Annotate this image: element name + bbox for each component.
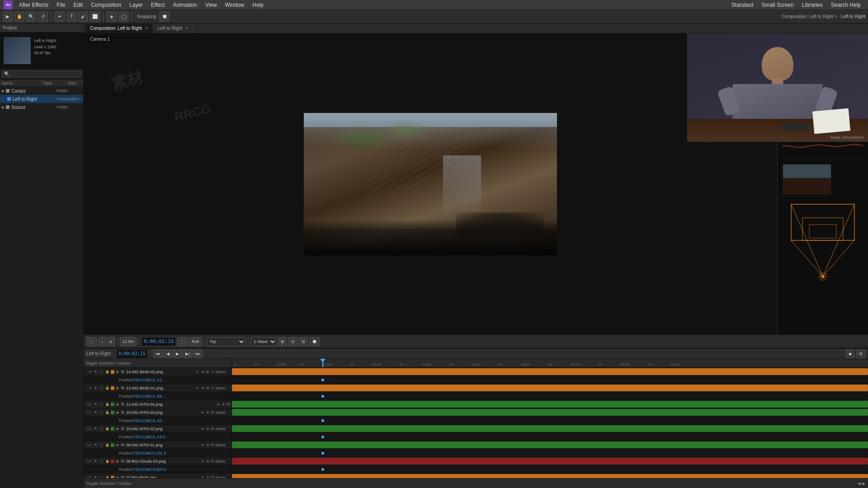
tl-play[interactable]: ▶ xyxy=(173,349,182,358)
layer-value-13[interactable]: 720.5,540.0,231.0 xyxy=(133,451,167,455)
layer-name-13[interactable]: 09-MG-MTN-01.png xyxy=(125,443,200,447)
tool-select[interactable]: ▶ xyxy=(3,12,13,22)
menu-window[interactable]: Window xyxy=(222,1,248,9)
layer-mo-8[interactable]: ◎ xyxy=(210,370,215,374)
tl-prev-frame[interactable]: ◀ xyxy=(164,349,172,358)
layer-value-14[interactable]: 720.5,540.0,403.0 xyxy=(133,467,167,472)
layer-adj-9[interactable]: ◈ xyxy=(200,386,205,390)
menu-composition[interactable]: Composition xyxy=(87,1,125,9)
keyframe-8[interactable] xyxy=(321,379,324,381)
layer-eye-10[interactable]: 👁 xyxy=(93,402,98,407)
layer-name-14[interactable]: 08-BG-Clouds-03.png xyxy=(125,459,200,464)
tree-item-comps[interactable]: ▶ Comps Folder xyxy=(0,87,83,95)
tab-comp-main[interactable]: Composition: Left to Right ✕ xyxy=(85,24,153,33)
timecode-display[interactable]: 0;00;02;15 xyxy=(142,337,176,346)
viewer-ctrl-alpha[interactable]: α xyxy=(107,337,115,346)
tree-item-source[interactable]: ▶ Source Folder xyxy=(0,103,83,111)
menu-effect[interactable]: Effect xyxy=(147,1,168,9)
timeline-ruler[interactable]: 0 10 01;00 10 02;00 10 03;00 10 04;00 10 xyxy=(232,359,868,368)
composition-canvas[interactable] xyxy=(304,113,557,255)
layer-eye-8[interactable]: 👁 xyxy=(93,369,98,375)
tool-text[interactable]: T xyxy=(66,12,76,22)
viewer-ctrl-video[interactable]: ⬛ xyxy=(86,337,97,346)
layer-eye-11[interactable]: 👁 xyxy=(93,410,98,415)
preview-stop[interactable]: ⬛ xyxy=(177,337,188,346)
layer-value-9[interactable]: 720.5,540.0,-942.0 xyxy=(133,394,167,399)
preview-ram[interactable]: Roll xyxy=(189,337,202,346)
snapping-toggle[interactable]: 🔲 xyxy=(160,12,170,22)
view-toggle-2[interactable]: ⊡ xyxy=(288,337,297,346)
layer-lock-8[interactable]: 🔒 xyxy=(104,369,110,375)
view-toggle-4[interactable]: 🔲 xyxy=(309,337,320,346)
keyframe-13[interactable] xyxy=(321,452,324,455)
layer-name-10[interactable]: 12-MG-MTN-04.png xyxy=(125,402,216,407)
tree-item-left-to-right[interactable]: Left to Right Composition xyxy=(0,95,83,103)
search-help[interactable]: Search Help xyxy=(827,1,864,9)
view-toggle-3[interactable]: ⊟ xyxy=(299,337,308,346)
tool-puppet[interactable]: ◈ xyxy=(107,12,117,22)
tl-settings[interactable]: ⚙ xyxy=(856,349,865,358)
layer-solo-10[interactable]: ◯ xyxy=(99,402,104,407)
view-toggle-1[interactable]: ⊞ xyxy=(278,337,287,346)
layer-solo-8[interactable]: ◯ xyxy=(99,369,104,375)
view-select[interactable]: Top Active Camera Left xyxy=(207,337,245,346)
viewer-ctrl-audio[interactable]: ♪ xyxy=(98,337,106,346)
layer-name-11[interactable]: 10-MG-MTN-03.png xyxy=(125,410,200,415)
workspace-small-screen[interactable]: Small Screen xyxy=(758,1,797,9)
layer-name-12[interactable]: 10-MG-MTN-02.png xyxy=(125,427,200,431)
track-9[interactable] xyxy=(232,384,868,392)
track-10[interactable] xyxy=(232,400,868,408)
zoom-display[interactable]: 12.5% xyxy=(120,337,137,346)
layer-lock-9[interactable]: 🔒 xyxy=(104,385,110,391)
layer-solo-9[interactable]: ◯ xyxy=(99,385,104,391)
keyframe-14[interactable] xyxy=(321,468,324,471)
layer-expand-10[interactable]: ▶ xyxy=(115,402,120,407)
tool-hand[interactable]: ✋ xyxy=(14,12,24,22)
project-search-input[interactable] xyxy=(2,70,81,78)
menu-after-effects[interactable]: After Effects xyxy=(15,1,52,9)
menu-help[interactable]: Help xyxy=(249,1,267,9)
tool-stamp[interactable]: ⬜ xyxy=(90,12,100,22)
layer-3d-9[interactable]: 3D xyxy=(205,386,210,390)
layer-eye-9[interactable]: 👁 xyxy=(93,385,98,391)
tl-next-frame[interactable]: ▶| xyxy=(183,349,192,358)
menu-view[interactable]: View xyxy=(202,1,221,9)
tool-pen[interactable]: ✒ xyxy=(55,12,65,22)
tool-shape[interactable]: ◯ xyxy=(118,12,128,22)
tl-to-end[interactable]: ⏭ xyxy=(193,349,203,358)
tool-brush[interactable]: 🖌 xyxy=(78,12,88,22)
layer-adj-8[interactable]: ◈ xyxy=(200,370,205,374)
layer-name-8[interactable]: 14-MG-Birds-02.png xyxy=(125,370,195,374)
layer-value-11[interactable]: 720.5,540.0,-423.0 xyxy=(133,418,167,423)
menu-layer[interactable]: Layer xyxy=(126,1,146,9)
menu-animation[interactable]: Animation xyxy=(169,1,200,9)
menu-file[interactable]: File xyxy=(53,1,69,9)
workspace-libraries[interactable]: Libraries xyxy=(798,1,826,9)
track-13[interactable] xyxy=(232,441,868,449)
track-14[interactable] xyxy=(232,457,868,465)
layer-fx-9[interactable]: fx xyxy=(195,386,200,390)
track-11[interactable] xyxy=(232,408,868,417)
tab-left-to-right[interactable]: Left to Right ✕ xyxy=(153,24,193,33)
layer-expand-9[interactable]: ▶ xyxy=(115,386,120,390)
layer-value-12[interactable]: 720.5,540.0,-13.0 xyxy=(133,435,167,439)
layer-name-9[interactable]: 13-MG-Birds-01.png xyxy=(125,386,195,390)
views-select[interactable]: 2 Views 1 View 4 Views xyxy=(250,337,277,346)
track-15[interactable] xyxy=(232,474,868,478)
timeline-playhead[interactable] xyxy=(322,359,323,367)
layer-3d-8[interactable]: 3D xyxy=(205,370,210,374)
layer-mo-9[interactable]: ◎ xyxy=(210,386,215,390)
keyframe-11[interactable] xyxy=(321,419,324,422)
tl-to-start[interactable]: ⏮ xyxy=(153,349,163,358)
keyframe-9[interactable] xyxy=(321,395,324,398)
tool-zoom[interactable]: 🔍 xyxy=(26,12,36,22)
tl-timecode[interactable]: 0;00;02;15 xyxy=(116,349,148,358)
track-8[interactable] xyxy=(232,368,868,376)
keyframe-12[interactable] xyxy=(321,436,324,438)
layer-fx-8[interactable]: fx xyxy=(195,370,200,374)
layer-expand-8[interactable]: ▶ xyxy=(115,370,120,374)
tl-add-marker[interactable]: ◆ xyxy=(846,349,854,358)
workspace-standard[interactable]: Standard xyxy=(728,1,757,9)
layer-value-8[interactable]: 720.5,540.0,-1256.0 xyxy=(133,378,167,382)
menu-edit[interactable]: Edit xyxy=(70,1,86,9)
